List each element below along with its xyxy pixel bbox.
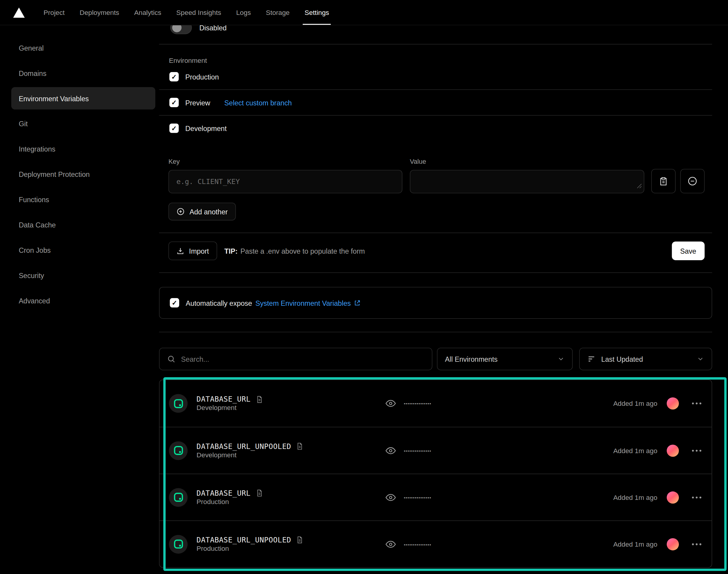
reveal-value-eye-icon[interactable] (385, 398, 396, 409)
note-icon (296, 536, 303, 544)
added-timestamp: Added 1m ago (613, 447, 657, 454)
sidebar-item-data-cache[interactable]: Data Cache (11, 212, 155, 237)
sort-value: Last Updated (601, 355, 643, 363)
vercel-logo-icon[interactable] (13, 7, 25, 17)
masked-value: ••••••••••••••• (404, 401, 432, 406)
avatar (667, 398, 679, 410)
preview-label: Preview (185, 98, 210, 107)
add-another-button[interactable]: Add another (168, 203, 236, 220)
sidebar-item-environment-variables[interactable]: Environment Variables (11, 87, 155, 109)
environment-filter-select[interactable]: All Environments (437, 348, 573, 370)
search-box (159, 348, 432, 370)
key-input[interactable] (168, 170, 402, 194)
divider (159, 273, 712, 273)
env-variables-panel: Disabled Environment Production Preview … (159, 25, 712, 568)
avatar (667, 445, 679, 457)
top-nav: Project Deployments Analytics Speed Insi… (0, 0, 728, 25)
avatar (667, 491, 679, 503)
avatar (667, 538, 679, 550)
search-icon (167, 355, 175, 363)
sidebar-item-advanced[interactable]: Advanced (11, 288, 155, 313)
note-icon (255, 395, 263, 403)
nav-tab-analytics[interactable]: Analytics (127, 0, 169, 25)
environment-filter-value: All Environments (445, 355, 498, 363)
key-value-row: Key Value (159, 141, 712, 193)
divider (159, 332, 712, 333)
nav-tab-settings[interactable]: Settings (297, 0, 337, 25)
sidebar-item-integrations[interactable]: Integrations (11, 136, 155, 161)
sort-select[interactable]: Last Updated (579, 348, 712, 370)
nav-tabs: Project Deployments Analytics Speed Insi… (36, 0, 337, 25)
sidebar-item-git[interactable]: Git (11, 111, 155, 136)
add-another-label: Add another (189, 207, 228, 215)
save-button[interactable]: Save (672, 241, 704, 260)
sidebar-item-cron-jobs[interactable]: Cron Jobs (11, 237, 155, 262)
env-var-name: DATABASE_URL_UNPOOLED (197, 536, 291, 544)
sort-lines-icon (587, 355, 596, 363)
development-checkbox[interactable] (169, 124, 179, 133)
env-var-name: DATABASE_URL (197, 489, 251, 497)
env-var-environment: Production (197, 544, 229, 552)
plus-circle-icon (176, 207, 185, 215)
masked-value: ••••••••••••••• (404, 541, 432, 546)
note-icon (255, 489, 263, 497)
reveal-value-eye-icon[interactable] (385, 492, 396, 503)
value-label: Value (410, 158, 644, 165)
tip-text: TIP:Paste a .env above to populate the f… (224, 247, 365, 255)
added-timestamp: Added 1m ago (613, 494, 657, 501)
paste-env-button[interactable] (651, 169, 676, 193)
nav-tab-speed-insights[interactable]: Speed Insights (169, 0, 228, 25)
sidebar-item-functions[interactable]: Functions (11, 187, 155, 212)
row-menu-button[interactable] (691, 400, 702, 407)
import-button[interactable]: Import (168, 241, 217, 260)
external-link-icon (353, 299, 361, 306)
reveal-value-eye-icon[interactable] (385, 539, 396, 550)
auto-expose-card: Automatically expose System Environment … (159, 287, 712, 319)
neon-integration-icon (169, 535, 187, 554)
page: Project Deployments Analytics Speed Insi… (0, 0, 728, 574)
nav-tab-storage[interactable]: Storage (258, 0, 297, 25)
env-var-row: DATABASE_URL Production ••••••••••••••• … (160, 474, 712, 521)
form-footer: Import TIP:Paste a .env above to populat… (159, 233, 712, 273)
development-checkbox-row: Development (159, 116, 712, 141)
nav-tab-logs[interactable]: Logs (228, 0, 258, 25)
auto-expose-checkbox[interactable] (170, 298, 179, 307)
nav-tab-project[interactable]: Project (36, 0, 72, 25)
remove-row-button[interactable] (680, 169, 705, 193)
auto-expose-label: Automatically expose (186, 299, 252, 307)
key-label: Key (168, 158, 402, 165)
system-env-vars-link[interactable]: System Environment Variables (255, 299, 361, 307)
select-custom-branch-link[interactable]: Select custom branch (224, 98, 292, 107)
import-label: Import (189, 247, 209, 255)
row-menu-button[interactable] (691, 494, 702, 501)
search-input[interactable] (181, 355, 424, 363)
value-input[interactable] (410, 170, 644, 194)
env-var-name: DATABASE_URL (197, 395, 251, 403)
added-timestamp: Added 1m ago (613, 400, 657, 407)
env-variables-table: DATABASE_URL Development •••••••••••••••… (159, 380, 712, 568)
masked-value: ••••••••••••••• (404, 448, 432, 453)
preview-checkbox[interactable] (169, 98, 179, 107)
env-var-environment: Production (197, 498, 229, 505)
sidebar-item-domains[interactable]: Domains (11, 60, 155, 86)
environment-section-label: Environment (159, 56, 712, 64)
preview-checkbox-row: Preview Select custom branch (159, 90, 712, 115)
development-label: Development (185, 124, 227, 132)
production-checkbox[interactable] (169, 72, 179, 81)
env-var-row: DATABASE_URL_UNPOOLED Production •••••••… (160, 521, 712, 567)
row-menu-button[interactable] (691, 447, 702, 454)
sidebar-item-general[interactable]: General (11, 35, 155, 60)
env-var-name: DATABASE_URL_UNPOOLED (197, 442, 291, 450)
list-toolbar: All Environments Last Updated (159, 348, 712, 370)
added-timestamp: Added 1m ago (613, 540, 657, 548)
env-var-environment: Development (197, 451, 236, 458)
sidebar-item-security[interactable]: Security (11, 262, 155, 288)
row-menu-button[interactable] (691, 540, 702, 548)
masked-value: ••••••••••••••• (404, 494, 432, 500)
reveal-value-eye-icon[interactable] (385, 445, 396, 456)
nav-tab-deployments[interactable]: Deployments (72, 0, 127, 25)
chevron-down-icon (557, 355, 565, 363)
sidebar-item-deployment-protection[interactable]: Deployment Protection (11, 161, 155, 187)
note-icon (296, 442, 303, 450)
neon-integration-icon (169, 441, 187, 460)
